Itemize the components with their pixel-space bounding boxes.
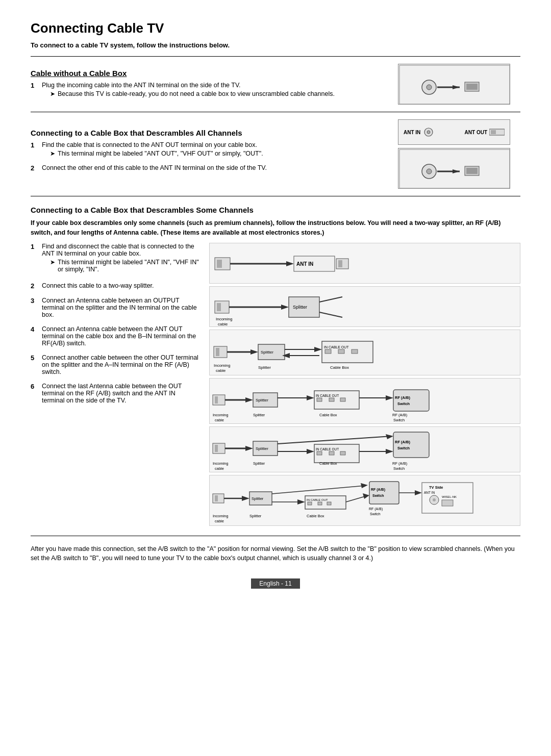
divider-3: [31, 196, 520, 196]
arrow-s3-1: ➤: [50, 259, 55, 273]
tv-panel-diagram-1: ANT IN WISELINK: [398, 64, 510, 105]
intro-text: To connect to a cable TV system, follow …: [31, 41, 520, 49]
section2-step1-row: 1 Find the cable that is connected to th…: [31, 141, 388, 159]
svg-text:Splitter: Splitter: [256, 398, 268, 402]
svg-rect-56: [215, 396, 218, 404]
step-item-4: 4 Connect an Antenna cable between the A…: [31, 325, 199, 347]
page: Connecting Cable TV To connect to a cabl…: [0, 0, 551, 756]
svg-text:Incoming: Incoming: [213, 461, 228, 466]
svg-rect-36: [214, 346, 227, 358]
svg-text:Switch: Switch: [372, 494, 384, 497]
section2-text: Connecting to a Cable Box that Descrambl…: [31, 119, 398, 177]
svg-text:IN  CABLE  OUT: IN CABLE OUT: [316, 447, 339, 451]
svg-text:Cable Box: Cable Box: [319, 413, 337, 417]
step-num-s2: 1: [31, 141, 39, 159]
step-diagram-2: Splitter Incoming cable: [209, 286, 520, 327]
svg-point-8: [427, 131, 430, 134]
svg-text:Incoming: Incoming: [216, 317, 232, 321]
step4-num: 4: [31, 325, 39, 347]
step-diagram-1: ANT IN: [209, 243, 520, 284]
svg-rect-133: [442, 500, 453, 506]
svg-text:Splitter: Splitter: [256, 446, 268, 451]
section2-note1: ➤ This terminal might be labeled "ANT OU…: [50, 150, 388, 157]
svg-text:Incoming: Incoming: [213, 413, 228, 417]
step6-num: 6: [31, 383, 39, 404]
svg-text:Cable Box: Cable Box: [307, 514, 324, 518]
step2-row: 2 Connect this cable to a two-way splitt…: [31, 282, 199, 290]
svg-text:RF (A/B): RF (A/B): [371, 488, 385, 492]
arrow-icon: ➤: [50, 90, 55, 97]
svg-line-32: [319, 297, 342, 302]
svg-text:ANT IN: ANT IN: [424, 491, 435, 494]
svg-text:Cable Box: Cable Box: [319, 461, 337, 466]
step-diagram-6: Splitter IN CABLE OUT: [209, 475, 520, 526]
svg-line-33: [319, 312, 342, 317]
step2-num: 2: [31, 282, 39, 290]
svg-text:IN  CABLE  OUT: IN CABLE OUT: [324, 345, 349, 349]
svg-line-85: [278, 436, 391, 444]
svg-text:Splitter: Splitter: [258, 365, 271, 370]
svg-text:cable: cable: [218, 322, 228, 326]
step-item-3: 3 Connect an Antenna cable between an OU…: [31, 297, 199, 318]
svg-rect-93: [340, 451, 345, 455]
svg-line-120: [346, 496, 367, 502]
diagram-svg-4: Splitter IN CABLE OUT: [210, 379, 520, 424]
diagram-svg-3: Splitter IN CABLE OUT: [210, 330, 520, 376]
svg-text:IN  CABLE  OUT: IN CABLE OUT: [316, 394, 339, 397]
section1: Cable without a Cable Box 1 Plug the inc…: [31, 64, 520, 105]
tv-diagram-svg: [398, 64, 510, 105]
svg-text:ANT IN: ANT IN: [296, 261, 313, 267]
section1-diagram: ANT IN WISELINK: [398, 64, 520, 105]
svg-text:cable: cable: [216, 368, 226, 373]
diagram-svg-2: Splitter Incoming cable: [210, 287, 520, 327]
ant-in-connector: [423, 127, 434, 137]
ant-in-label-s2: ANT IN: [404, 130, 420, 135]
section2-step1: Find the cable that is connected to the …: [42, 141, 388, 159]
step-diagram-3: Splitter IN CABLE OUT: [209, 330, 520, 375]
svg-point-13: [427, 169, 432, 174]
svg-rect-10: [491, 130, 496, 134]
svg-text:RF (A/B): RF (A/B): [369, 507, 383, 511]
svg-text:Splitter: Splitter: [293, 305, 307, 310]
step1-note: ➤ This terminal might be labeled "ANT IN…: [50, 259, 199, 273]
divider-2: [31, 112, 520, 112]
svg-marker-126: [415, 490, 422, 495]
svg-line-111: [272, 486, 365, 494]
section2: Connecting to a Cable Box that Descrambl…: [31, 119, 520, 189]
svg-rect-106: [215, 495, 218, 501]
svg-rect-79: [213, 443, 225, 453]
step-item-2: 2 Connect this cable to a two-way splitt…: [31, 282, 199, 290]
diagrams-column: ANT IN: [209, 243, 520, 528]
svg-marker-43: [314, 347, 322, 352]
svg-marker-108: [242, 496, 249, 501]
svg-rect-5: [466, 84, 478, 90]
svg-rect-80: [215, 445, 218, 452]
svg-text:Splitter: Splitter: [249, 514, 262, 518]
section1-note1: ➤ Because this TV is cable-ready, you do…: [50, 90, 388, 97]
svg-text:Switch: Switch: [397, 401, 410, 406]
step-item-5: 5 Connect another cable between the othe…: [31, 354, 199, 375]
section1-step1-row: 1 Plug the incoming cable into the ANT I…: [31, 82, 388, 99]
step3-content: Connect an Antenna cable between an OUTP…: [42, 297, 199, 318]
svg-text:TV Side: TV Side: [429, 485, 443, 490]
section1-title: Cable without a Cable Box: [31, 69, 388, 78]
step-diagram-5: Splitter IN CABLE OUT: [209, 426, 520, 472]
section3-title: Connecting to a Cable Box that Descrambl…: [31, 206, 520, 214]
bottom-note: After you have made this connection, set…: [31, 544, 520, 564]
svg-marker-69: [386, 395, 393, 400]
step1-content: Find and disconnect the cable that is co…: [42, 243, 199, 275]
svg-text:Splitter: Splitter: [252, 496, 264, 501]
page-title: Connecting Cable TV: [31, 20, 520, 36]
svg-rect-11: [399, 149, 510, 188]
diagram-svg-6: Splitter IN CABLE OUT: [210, 475, 520, 526]
svg-marker-121: [363, 493, 369, 499]
svg-text:RF (A/B): RF (A/B): [392, 461, 408, 466]
section2-diagram: ANT IN ANT OUT ANT IN WISELINK: [398, 119, 520, 189]
step5-row: 5 Connect another cable between the othe…: [31, 354, 199, 375]
svg-text:Cable Box: Cable Box: [330, 365, 349, 370]
svg-text:WISEL-NK: WISEL-NK: [442, 495, 457, 498]
svg-rect-119: [327, 502, 331, 505]
svg-text:cable: cable: [215, 519, 224, 523]
tv-panel-diagram-2: ANT IN WISELINK: [398, 148, 510, 189]
ant-out-section: ANT OUT: [465, 127, 505, 137]
